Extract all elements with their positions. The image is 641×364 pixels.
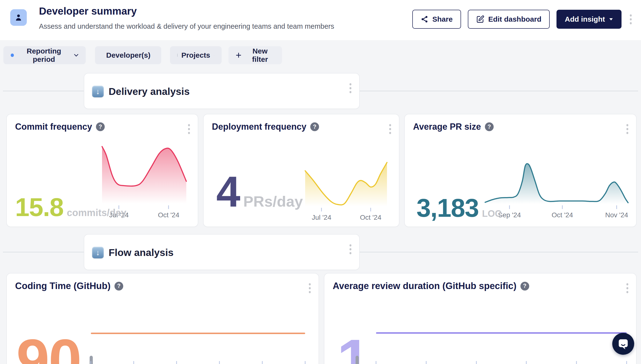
add-insight-label: Add insight — [565, 15, 605, 23]
section-title: Flow analysis — [109, 247, 174, 258]
avatar — [10, 9, 27, 26]
section-divider-left — [3, 252, 84, 252]
section-divider-right — [360, 252, 638, 252]
coding-time-flat-line — [91, 332, 305, 334]
filter-label: Projects — [181, 51, 210, 59]
metric-value: 3,183 — [417, 195, 479, 221]
chevron-down-icon — [609, 18, 613, 21]
page-header: Developer summary Assess and understand … — [0, 0, 641, 40]
card-overflow-menu[interactable] — [625, 123, 630, 136]
card-title: Commit frequency — [15, 122, 92, 132]
edit-dashboard-button[interactable]: Edit dashboard — [468, 10, 550, 29]
metric-value-clipped: 90 — [16, 337, 81, 364]
page-subtitle: Assess and understand the workload & del… — [39, 22, 334, 30]
person-icon — [14, 13, 23, 22]
card-title: Coding Time (GitHub) — [15, 281, 111, 291]
help-icon[interactable]: ? — [310, 122, 319, 131]
metric-value: 15.8 — [15, 194, 63, 220]
clipped-unit-text — [356, 356, 359, 364]
section-title: Delivery analysis — [109, 86, 190, 97]
section-divider-right — [360, 91, 638, 91]
edit-dashboard-label: Edit dashboard — [488, 15, 541, 23]
average-pr-size-sparkline — [485, 162, 628, 205]
card-deployment-frequency: Deployment frequency ? Jul '24Oct '24 4 … — [203, 114, 399, 227]
card-overflow-menu[interactable] — [187, 123, 191, 136]
header-overflow-menu[interactable] — [628, 13, 633, 26]
x-axis: Jul '24Oct '24 — [305, 208, 387, 222]
card-title: Average review duration (GitHub specific… — [333, 281, 517, 291]
card-overflow-menu[interactable] — [625, 282, 630, 295]
dashboard-page: Developer summary Assess and understand … — [0, 0, 641, 364]
share-label: Share — [432, 15, 453, 23]
metric-unit: LOC — [482, 209, 501, 218]
help-icon[interactable]: ? — [485, 122, 494, 131]
new-filter-label: New filter — [245, 47, 275, 64]
card-average-review-duration: Average review duration (GitHub specific… — [324, 273, 636, 364]
filter-reporting-period[interactable]: Reporting period — [4, 46, 86, 64]
metric-unit: commits/day — [67, 208, 126, 218]
edit-icon — [476, 15, 484, 23]
chat-bubble-icon — [618, 338, 629, 350]
share-button[interactable]: Share — [412, 10, 461, 29]
filter-label: Developer(s) — [106, 51, 151, 59]
page-title: Developer summary — [39, 5, 137, 17]
help-icon[interactable]: ? — [520, 282, 529, 290]
card-title: Average PR size — [413, 122, 481, 132]
deployment-frequency-sparkline — [305, 161, 387, 207]
help-icon[interactable]: ? — [96, 122, 105, 131]
section-divider-left — [3, 91, 84, 91]
header-actions: Share Edit dashboard Add insight — [412, 10, 633, 29]
plus-icon — [236, 52, 241, 58]
filter-label: Reporting period — [18, 47, 70, 64]
x-axis — [91, 361, 305, 364]
card-coding-time-github: Coding Time (GitHub) ? 90 — [6, 273, 319, 364]
filter-developers[interactable]: Developer(s) — [95, 46, 161, 64]
card-overflow-menu[interactable] — [307, 282, 312, 295]
filter-active-dot — [11, 54, 14, 57]
section-header-delivery-analysis: ↓ Delivery analysis — [84, 73, 360, 109]
help-icon[interactable]: ? — [115, 282, 123, 290]
metric-unit: PRs/day — [243, 194, 303, 209]
card-overflow-menu[interactable] — [388, 123, 393, 136]
down-arrow-emoji-icon: ↓ — [92, 247, 104, 258]
add-insight-button[interactable]: Add insight — [556, 10, 621, 29]
section-overflow-menu[interactable] — [348, 82, 353, 95]
metric-value: 4 — [216, 170, 240, 214]
metric-value-clipped: 1 — [337, 337, 369, 364]
chat-launcher-button[interactable] — [612, 333, 634, 355]
share-icon — [421, 15, 428, 23]
filter-projects[interactable]: Projects — [170, 46, 222, 64]
x-axis — [376, 361, 627, 364]
x-axis: Sep '24Oct '24Nov '24 — [485, 205, 628, 220]
chevron-down-icon — [74, 54, 78, 57]
card-average-pr-size: Average PR size ? Sep '24Oct '24Nov '24 … — [404, 114, 636, 227]
review-duration-flat-line — [376, 332, 627, 334]
section-overflow-menu[interactable] — [348, 243, 353, 256]
section-header-flow-analysis: ↓ Flow analysis — [84, 234, 360, 270]
card-commit-frequency: Commit frequency ? Jul '24Oct '24 15.8 c… — [6, 114, 198, 227]
chevron-down-icon — [214, 54, 214, 57]
new-filter-button[interactable]: New filter — [228, 46, 282, 64]
card-title: Deployment frequency — [212, 122, 306, 132]
filter-inactive-dot — [177, 54, 178, 57]
down-arrow-emoji-icon: ↓ — [92, 86, 104, 97]
